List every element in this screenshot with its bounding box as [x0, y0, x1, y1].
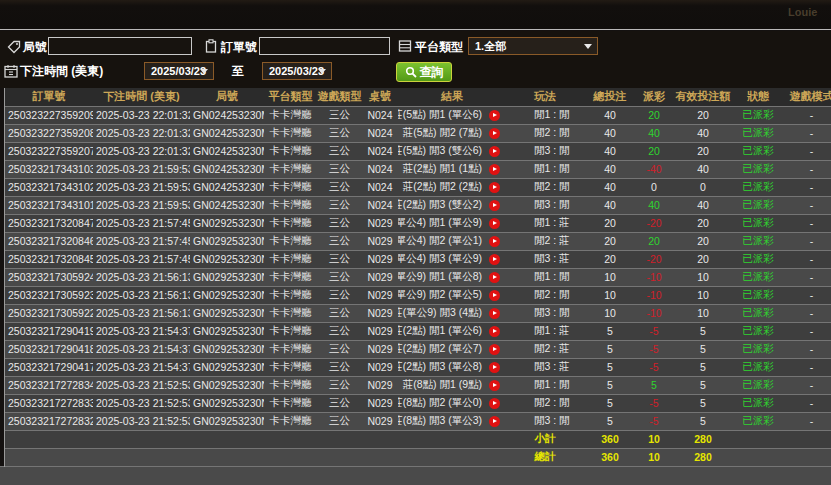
- replay-button[interactable]: [489, 362, 500, 373]
- cell-round: GN029253230N9: [190, 394, 264, 412]
- cell-mode: -: [782, 394, 831, 412]
- result-text: 莊(單公4) 閒2 (單公1): [398, 234, 482, 248]
- cell-platform: 卡卡灣廳: [264, 142, 317, 160]
- cell-payout: 20: [636, 142, 672, 160]
- cell-play: 閒1 : 閒: [506, 160, 584, 178]
- cell-mode: -: [782, 412, 831, 430]
- cell-payout: 40: [636, 196, 672, 214]
- cell-status: 已派彩: [734, 394, 782, 412]
- cell-table_no: N024: [362, 124, 398, 142]
- cell-time: 2025-03-23 21:54:37: [93, 340, 190, 358]
- cell-time: 2025-03-23 22:01:32: [93, 124, 190, 142]
- cell-empty: [190, 448, 264, 466]
- table-row: 2503232273592072025-03-23 22:01:32GN0242…: [5, 142, 831, 160]
- replay-button[interactable]: [489, 236, 500, 247]
- replay-button[interactable]: [489, 182, 500, 193]
- cell-payout: 40: [636, 124, 672, 142]
- replay-button[interactable]: [489, 146, 500, 157]
- chevron-down-icon: [584, 44, 592, 49]
- round-no-input[interactable]: [48, 37, 192, 55]
- clipboard-icon: [204, 39, 218, 53]
- platform-type-select[interactable]: 1.全部: [468, 37, 598, 55]
- cell-empty: [782, 430, 831, 448]
- cell-order: 250323217272832: [5, 412, 93, 430]
- cell-empty: [264, 448, 317, 466]
- date-to-picker[interactable]: 2025/03/23: [262, 62, 332, 80]
- cell-platform: 卡卡灣廳: [264, 124, 317, 142]
- cell-bet: 40: [584, 106, 636, 124]
- replay-button[interactable]: [489, 398, 500, 409]
- result-text: 莊(2點) 閒1 (單公6): [398, 324, 482, 338]
- cell-order: 250323217290417: [5, 358, 93, 376]
- cell-table_no: N029: [362, 340, 398, 358]
- cell-mode: -: [782, 124, 831, 142]
- cell-time: 2025-03-23 21:59:53: [93, 196, 190, 214]
- cell-time: 2025-03-23 21:56:13: [93, 304, 190, 322]
- cell-time: 2025-03-23 22:01:32: [93, 142, 190, 160]
- order-no-label: 訂單號: [221, 39, 257, 56]
- cell-result: 莊(單公4) 閒2 (單公1): [398, 232, 506, 250]
- cell-mode: -: [782, 160, 831, 178]
- cell-result: 莊(單公9) 閒3 (4點): [398, 304, 506, 322]
- cell-status: 已派彩: [734, 106, 782, 124]
- cell-status: 已派彩: [734, 376, 782, 394]
- cell-empty: [398, 448, 506, 466]
- tag-icon: [7, 40, 21, 54]
- replay-button[interactable]: [489, 254, 500, 265]
- cell-order: 250323217343102: [5, 178, 93, 196]
- cell-result: 莊(5點) 閒1 (單公6): [398, 106, 506, 124]
- replay-button[interactable]: [489, 344, 500, 355]
- cell-platform: 卡卡灣廳: [264, 160, 317, 178]
- cell-status: 已派彩: [734, 178, 782, 196]
- cell-total-label: 總計: [506, 448, 584, 466]
- search-button[interactable]: 查詢: [396, 62, 452, 82]
- date-from-picker[interactable]: 2025/03/23: [144, 62, 214, 80]
- cell-bet: 5: [584, 322, 636, 340]
- cell-table_no: N029: [362, 358, 398, 376]
- replay-button[interactable]: [489, 200, 500, 211]
- records-table: 訂單號下注時間 (美東)局號平台類型遊戲類型桌號結果玩法總投注派彩有效投注額狀態…: [4, 88, 831, 467]
- table-row: 2503232173208452025-03-23 21:57:45GN0292…: [5, 250, 831, 268]
- order-no-input[interactable]: [259, 37, 390, 55]
- cell-bet: 10: [584, 286, 636, 304]
- cell-time: 2025-03-23 21:54:37: [93, 358, 190, 376]
- cell-round: GN029253230NB: [190, 268, 264, 286]
- replay-button[interactable]: [489, 128, 500, 139]
- cell-payout: -10: [636, 286, 672, 304]
- cell-status: 已派彩: [734, 214, 782, 232]
- cell-result: 莊(2點) 閒3 (雙公2): [398, 196, 506, 214]
- result-text: 莊(8點) 閒1 (9點): [403, 378, 482, 392]
- cell-order: 250323217272833: [5, 394, 93, 412]
- cell-result: 莊(2點) 閒2 (2點): [398, 178, 506, 196]
- replay-button[interactable]: [489, 290, 500, 301]
- cell-mode: -: [782, 304, 831, 322]
- result-text: 莊(單公9) 閒1 (單公8): [398, 270, 482, 284]
- cell-time: 2025-03-23 21:56:13: [93, 286, 190, 304]
- cell-table_no: N029: [362, 268, 398, 286]
- cell-bet: 20: [584, 232, 636, 250]
- replay-button[interactable]: [489, 272, 500, 283]
- cell-order: 250323227359207: [5, 142, 93, 160]
- replay-button[interactable]: [489, 416, 500, 427]
- cell-time: 2025-03-23 21:52:53: [93, 394, 190, 412]
- column-header: 派彩: [636, 88, 672, 106]
- replay-button[interactable]: [489, 326, 500, 337]
- replay-button[interactable]: [489, 218, 500, 229]
- cell-game: 三公: [317, 268, 362, 286]
- cell-round: GN029253230NA: [190, 358, 264, 376]
- cell-round: GN024253230ML: [190, 124, 264, 142]
- table-row: 2503232173431012025-03-23 21:59:53GN0242…: [5, 196, 831, 214]
- cell-payout: 5: [636, 376, 672, 394]
- replay-button[interactable]: [489, 110, 500, 121]
- replay-button[interactable]: [489, 164, 500, 175]
- cell-bet: 20: [584, 250, 636, 268]
- cell-platform: 卡卡灣廳: [264, 322, 317, 340]
- cell-mode: -: [782, 340, 831, 358]
- date-to-value: 2025/03/23: [269, 65, 324, 77]
- cell-bet: 10: [584, 304, 636, 322]
- table-row: 2503232172728322025-03-23 21:52:53GN0292…: [5, 412, 831, 430]
- replay-button[interactable]: [489, 380, 500, 391]
- records-tbody: 2503232273592092025-03-23 22:01:32GN0242…: [5, 106, 831, 466]
- date-from-value: 2025/03/23: [151, 65, 206, 77]
- replay-button[interactable]: [489, 308, 500, 319]
